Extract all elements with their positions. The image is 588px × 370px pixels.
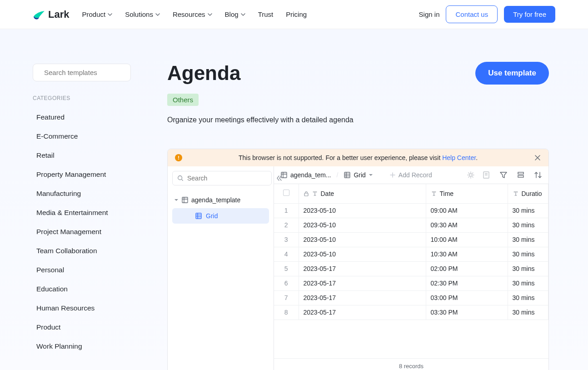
form-button[interactable] — [482, 171, 490, 179]
category-media-entertainment[interactable]: Media & Entertainment — [33, 203, 135, 222]
nav-product[interactable]: Product — [82, 10, 112, 18]
cell-time[interactable]: 10:30 AM — [426, 247, 508, 261]
search-icon — [177, 175, 184, 181]
toolbar-view-name[interactable]: Grid — [344, 171, 373, 179]
nav-resources-label: Resources — [173, 10, 205, 18]
table-row[interactable]: 32023-05-1010:00 AM30 mins — [274, 232, 548, 247]
table-row[interactable]: 42023-05-1010:30 AM30 mins — [274, 247, 548, 261]
category-personal[interactable]: Personal — [33, 260, 135, 280]
group-button[interactable] — [517, 171, 525, 179]
use-template-button[interactable]: Use template — [475, 62, 549, 85]
table-row[interactable]: 62023-05-1702:30 PM30 mins — [274, 276, 548, 290]
agenda-table[interactable]: Date Time — [274, 184, 548, 320]
cell-date[interactable]: 2023-05-10 — [299, 218, 426, 232]
cell-duration[interactable]: 30 mins — [508, 247, 548, 261]
tree-view-grid[interactable]: Grid — [172, 208, 269, 224]
category-work-planning[interactable]: Work Planning — [33, 337, 135, 356]
preview-search[interactable] — [172, 171, 272, 185]
category-human-resources[interactable]: Human Resources — [33, 299, 135, 318]
records-count: 8 records — [274, 358, 548, 370]
nav-pricing[interactable]: Pricing — [286, 10, 307, 18]
cell-time[interactable]: 02:30 PM — [426, 276, 508, 290]
toolbar-table-label: agenda_tem... — [290, 171, 331, 179]
preview-search-input[interactable] — [187, 175, 267, 182]
cell-duration[interactable]: 30 mins — [508, 290, 548, 305]
warning-text-b: . — [476, 154, 478, 161]
tree-root[interactable]: agenda_template — [172, 194, 269, 206]
table-row[interactable]: 72023-05-1703:00 PM30 mins — [274, 290, 548, 305]
header-actions: Sign in Contact us Try for free — [419, 5, 555, 23]
chevron-down-icon — [155, 12, 160, 17]
cell-date[interactable]: 2023-05-10 — [299, 247, 426, 261]
svg-rect-24 — [304, 193, 308, 196]
chevron-down-icon — [208, 12, 212, 17]
grid-icon — [344, 171, 351, 179]
cell-time[interactable]: 09:00 AM — [426, 203, 508, 218]
template-search[interactable] — [33, 64, 131, 81]
table-row[interactable]: 82023-05-1703:30 PM30 mins — [274, 305, 548, 320]
cell-date[interactable]: 2023-05-17 — [299, 305, 426, 320]
cell-time[interactable]: 10:00 AM — [426, 232, 508, 247]
nav-resources[interactable]: Resources — [173, 10, 212, 18]
cell-date[interactable]: 2023-05-17 — [299, 276, 426, 290]
sort-button[interactable] — [534, 171, 542, 179]
cell-time[interactable]: 03:00 PM — [426, 290, 508, 305]
cell-duration[interactable]: 30 mins — [508, 232, 548, 247]
help-center-link[interactable]: Help Center — [442, 154, 476, 161]
svg-line-3 — [182, 180, 183, 181]
add-record-button[interactable]: Add Record — [389, 171, 432, 179]
signin-link[interactable]: Sign in — [419, 10, 440, 18]
column-time[interactable]: Time — [426, 184, 508, 203]
title-row: Agenda Use template — [167, 62, 549, 85]
text-icon — [513, 190, 519, 197]
cell-duration[interactable]: 30 mins — [508, 276, 548, 290]
cell-time[interactable]: 02:00 PM — [426, 261, 508, 276]
settings-button[interactable] — [467, 171, 475, 179]
template-description: Organize your meetings effectively with … — [167, 116, 549, 124]
table-icon — [181, 196, 189, 204]
category-retail[interactable]: Retail — [33, 146, 135, 165]
cell-date[interactable]: 2023-05-10 — [299, 203, 426, 218]
try-free-button[interactable]: Try for free — [504, 6, 555, 23]
nav-pricing-label: Pricing — [286, 10, 307, 18]
category-manufacturing[interactable]: Manufacturing — [33, 184, 135, 203]
column-duration[interactable]: Duratio — [508, 184, 548, 203]
category-ecommerce[interactable]: E-Commerce — [33, 127, 135, 146]
category-education[interactable]: Education — [33, 280, 135, 299]
category-team-collaboration[interactable]: Team Collaboration — [33, 241, 135, 260]
cell-date[interactable]: 2023-05-17 — [299, 290, 426, 305]
plus-icon — [389, 172, 396, 178]
nav-blog[interactable]: Blog — [225, 10, 245, 18]
category-property-management[interactable]: Property Management — [33, 165, 135, 184]
column-date-label: Date — [321, 190, 334, 197]
template-search-input[interactable] — [44, 69, 130, 76]
table-row[interactable]: 12023-05-1009:00 AM30 mins — [274, 203, 548, 218]
checkbox-header[interactable] — [274, 184, 299, 203]
nav-trust[interactable]: Trust — [258, 10, 274, 18]
group-icon — [517, 171, 525, 179]
category-featured[interactable]: Featured — [33, 108, 135, 127]
table-header-row: Date Time — [274, 184, 548, 203]
cell-duration[interactable]: 30 mins — [508, 218, 548, 232]
cell-time[interactable]: 03:30 PM — [426, 305, 508, 320]
preview-sidebar: agenda_template Grid — [168, 166, 274, 370]
column-date[interactable]: Date — [299, 184, 426, 203]
cell-duration[interactable]: 30 mins — [508, 203, 548, 218]
browser-warning: ! This browser is not supported. For a b… — [168, 149, 548, 166]
close-warning-button[interactable] — [534, 154, 541, 161]
nav-solutions[interactable]: Solutions — [125, 10, 160, 18]
category-project-management[interactable]: Project Management — [33, 222, 135, 241]
table-row[interactable]: 22023-05-1009:30 AM30 mins — [274, 218, 548, 232]
table-row[interactable]: 52023-05-1702:00 PM30 mins — [274, 261, 548, 276]
nav-trust-label: Trust — [258, 10, 274, 18]
cell-duration[interactable]: 30 mins — [508, 261, 548, 276]
cell-date[interactable]: 2023-05-10 — [299, 232, 426, 247]
toolbar-table-name[interactable]: agenda_tem... — [280, 171, 331, 179]
contact-us-button[interactable]: Contact us — [446, 5, 498, 23]
logo[interactable]: Lark — [33, 8, 69, 21]
category-product[interactable]: Product — [33, 318, 135, 337]
cell-duration[interactable]: 30 mins — [508, 305, 548, 320]
filter-button[interactable] — [499, 171, 508, 179]
cell-time[interactable]: 09:30 AM — [426, 218, 508, 232]
cell-date[interactable]: 2023-05-17 — [299, 261, 426, 276]
